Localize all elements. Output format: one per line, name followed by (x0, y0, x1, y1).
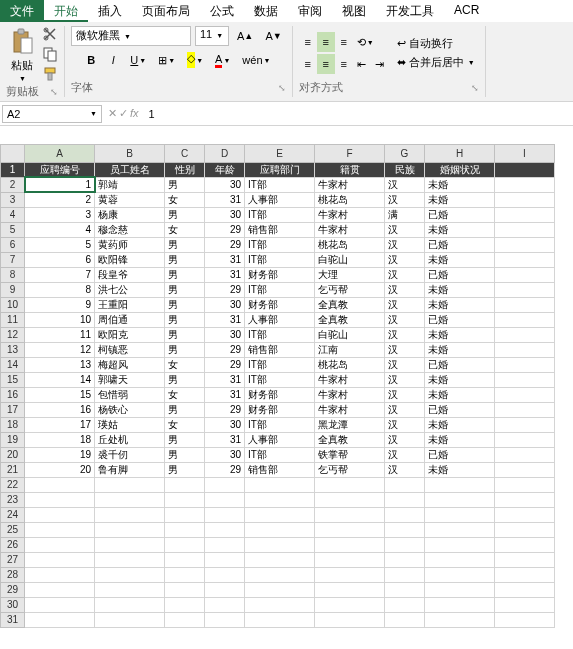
cell[interactable]: 男 (165, 432, 205, 447)
cell[interactable] (495, 357, 555, 372)
cell[interactable]: 郭啸天 (95, 372, 165, 387)
cell[interactable] (315, 552, 385, 567)
cell[interactable]: 未婚 (425, 252, 495, 267)
row-header[interactable]: 18 (1, 417, 25, 432)
cell[interactable]: 男 (165, 177, 205, 192)
align-top-button[interactable]: ≡ (299, 32, 317, 52)
cell[interactable] (315, 597, 385, 612)
cell[interactable]: 已婚 (425, 402, 495, 417)
cell[interactable]: 30 (205, 207, 245, 222)
cell[interactable] (495, 312, 555, 327)
col-header-D[interactable]: D (205, 144, 245, 162)
cell[interactable]: 未婚 (425, 342, 495, 357)
cell[interactable] (315, 522, 385, 537)
tab-dev[interactable]: 开发工具 (376, 0, 444, 22)
cell[interactable]: IT部 (245, 357, 315, 372)
row-header[interactable]: 21 (1, 462, 25, 477)
cell[interactable]: 牛家村 (315, 222, 385, 237)
cell[interactable] (95, 522, 165, 537)
cell[interactable]: 鲁有脚 (95, 462, 165, 477)
cell[interactable] (165, 507, 205, 522)
cell[interactable]: 未婚 (425, 327, 495, 342)
cell[interactable]: 黄药师 (95, 237, 165, 252)
font-color-button[interactable]: A▼ (211, 50, 234, 70)
cell[interactable]: 婚姻状况 (425, 162, 495, 177)
dialog-launcher-icon[interactable]: ⤡ (278, 83, 286, 93)
select-all-corner[interactable] (1, 144, 25, 162)
cell[interactable]: 财务部 (245, 387, 315, 402)
cell[interactable] (495, 237, 555, 252)
cell[interactable] (205, 492, 245, 507)
cell[interactable]: 31 (205, 252, 245, 267)
cell[interactable]: 人事部 (245, 312, 315, 327)
cell[interactable] (495, 447, 555, 462)
cell[interactable] (165, 582, 205, 597)
cell[interactable]: 裘千仞 (95, 447, 165, 462)
cell[interactable] (245, 552, 315, 567)
col-header-F[interactable]: F (315, 144, 385, 162)
cell[interactable] (385, 597, 425, 612)
cell[interactable] (495, 417, 555, 432)
cell[interactable]: 牛家村 (315, 402, 385, 417)
cell[interactable] (315, 612, 385, 627)
cell[interactable]: 男 (165, 462, 205, 477)
col-header-E[interactable]: E (245, 144, 315, 162)
cell[interactable]: 周伯通 (95, 312, 165, 327)
cell[interactable] (245, 537, 315, 552)
font-name-select[interactable]: 微软雅黑 ▼ (71, 26, 191, 46)
cell[interactable]: 铁掌帮 (315, 447, 385, 462)
cell[interactable]: 杨康 (95, 207, 165, 222)
border-button[interactable]: ⊞▼ (154, 50, 179, 70)
indent-dec-button[interactable]: ⇤ (353, 54, 371, 74)
row-header[interactable]: 12 (1, 327, 25, 342)
cell[interactable] (495, 477, 555, 492)
cell[interactable]: 29 (205, 282, 245, 297)
cell[interactable] (495, 432, 555, 447)
cell[interactable] (495, 372, 555, 387)
cell[interactable]: 汉 (385, 237, 425, 252)
cell[interactable]: 11 (25, 327, 95, 342)
cell[interactable]: 4 (25, 222, 95, 237)
cell[interactable] (25, 507, 95, 522)
cell[interactable]: 男 (165, 207, 205, 222)
cell[interactable] (95, 507, 165, 522)
cell[interactable] (205, 477, 245, 492)
cell[interactable]: 30 (205, 327, 245, 342)
cell[interactable]: 男 (165, 372, 205, 387)
cell[interactable]: 31 (205, 387, 245, 402)
enter-icon[interactable]: ✓ (119, 107, 128, 120)
cell[interactable]: 欧阳克 (95, 327, 165, 342)
cell[interactable]: 王重阳 (95, 297, 165, 312)
cell[interactable] (385, 567, 425, 582)
cell[interactable]: IT部 (245, 282, 315, 297)
cell[interactable]: 牛家村 (315, 387, 385, 402)
cell[interactable]: 未婚 (425, 417, 495, 432)
cell[interactable]: 6 (25, 252, 95, 267)
cell[interactable] (245, 507, 315, 522)
row-header[interactable]: 7 (1, 252, 25, 267)
cell[interactable]: 13 (25, 357, 95, 372)
cell[interactable] (315, 507, 385, 522)
cell[interactable]: 15 (25, 387, 95, 402)
cell[interactable]: 9 (25, 297, 95, 312)
cell[interactable] (245, 477, 315, 492)
cell[interactable] (95, 582, 165, 597)
row-header[interactable]: 15 (1, 372, 25, 387)
cell[interactable]: 汉 (385, 462, 425, 477)
col-header-H[interactable]: H (425, 144, 495, 162)
cell[interactable]: 3 (25, 207, 95, 222)
row-header[interactable]: 9 (1, 282, 25, 297)
cell[interactable] (95, 537, 165, 552)
italic-button[interactable]: I (104, 50, 122, 70)
cell[interactable] (495, 567, 555, 582)
cell[interactable]: 女 (165, 192, 205, 207)
cell[interactable]: 未婚 (425, 192, 495, 207)
cell[interactable]: 全真教 (315, 297, 385, 312)
cell[interactable]: 女 (165, 417, 205, 432)
cell[interactable] (425, 552, 495, 567)
cell[interactable] (495, 582, 555, 597)
cell[interactable]: 应聘部门 (245, 162, 315, 177)
cell[interactable]: 8 (25, 282, 95, 297)
cell[interactable]: 性别 (165, 162, 205, 177)
cell[interactable] (315, 582, 385, 597)
